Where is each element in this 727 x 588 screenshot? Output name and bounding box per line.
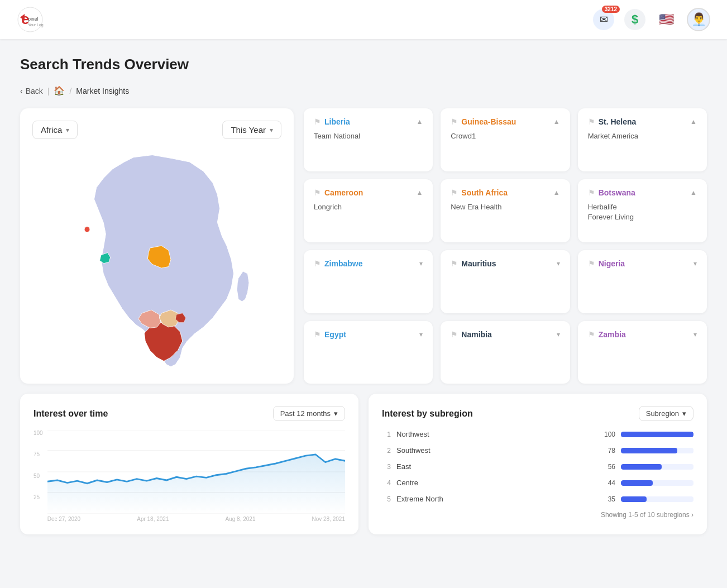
- subregion-filter-label: Subregion: [646, 409, 679, 418]
- country-name-liberia: Liberia: [324, 117, 350, 126]
- country-card-liberia[interactable]: ⚑Liberia▲Team National: [304, 108, 433, 171]
- svg-text:Your Logo Here: Your Logo Here: [28, 23, 44, 27]
- country-card-south-africa[interactable]: ⚑South Africa▲New Era Health: [441, 179, 570, 243]
- country-card-mauritius[interactable]: ⚑Mauritius▾: [441, 250, 570, 313]
- country-chevron-icon-cameroon: ▲: [416, 189, 423, 197]
- country-chevron-icon-st-helena: ▲: [690, 118, 697, 126]
- back-button[interactable]: ‹ Back: [20, 87, 43, 95]
- region-label: Africa: [41, 125, 62, 135]
- subregion-name: Extreme North: [396, 495, 592, 503]
- map-controls: Africa ▾ This Year ▾: [32, 121, 281, 139]
- country-card-header-egypt: ⚑Egypt▾: [314, 330, 423, 339]
- country-chevron-icon-liberia: ▲: [416, 118, 423, 126]
- x-label-4: Nov 28, 2021: [312, 516, 345, 522]
- flag-icon-egypt: ⚑: [314, 330, 321, 339]
- subregion-rank: 1: [382, 431, 391, 438]
- subregion-rank: 4: [382, 479, 391, 487]
- interest-by-subregion-card: Interest by subregion Subregion ▾ 1 Nort…: [369, 394, 707, 534]
- country-card-guinea-bissau[interactable]: ⚑Guinea-Bissau▲Crowd1: [441, 108, 570, 171]
- subregion-bar-wrap: [621, 496, 693, 502]
- y-label-50: 50: [34, 473, 43, 479]
- time-dropdown[interactable]: This Year ▾: [222, 121, 281, 139]
- country-card-botswana[interactable]: ⚑Botswana▲HerbalifeForever Living: [578, 179, 707, 243]
- country-card-header-cameroon: ⚑Cameroon▲: [314, 188, 423, 197]
- country-name-nigeria: Nigeria: [599, 259, 625, 268]
- country-card-header-zimbabwe: ⚑Zimbabwe▾: [314, 259, 423, 268]
- subregion-name: Centre: [396, 479, 592, 487]
- country-card-header-liberia: ⚑Liberia▲: [314, 117, 423, 126]
- country-item-south-africa: New Era Health: [451, 203, 559, 211]
- y-label-100: 100: [34, 430, 43, 436]
- flag-icon[interactable]: 🇺🇸: [656, 9, 677, 30]
- flag-icon-botswana: ⚑: [588, 188, 595, 197]
- subregion-score: 56: [597, 463, 615, 471]
- subregion-bar-wrap: [621, 448, 693, 453]
- country-name-guinea-bissau: Guinea-Bissau: [461, 117, 516, 126]
- breadcrumb: ‹ Back | 🏠 / Market Insights: [20, 85, 707, 96]
- subregion-bar: [621, 464, 662, 470]
- country-card-header-guinea-bissau: ⚑Guinea-Bissau▲: [451, 117, 559, 126]
- notification-bell[interactable]: ✉ 3212: [593, 9, 614, 30]
- subregion-score: 78: [597, 447, 615, 455]
- x-label-3: Aug 8, 2021: [226, 516, 256, 522]
- avatar[interactable]: 👨‍💼: [687, 8, 710, 31]
- breadcrumb-separator-1: |: [47, 87, 50, 95]
- flag-icon-nigeria: ⚑: [588, 259, 595, 268]
- africa-map: [32, 148, 281, 371]
- subregion-list: 1 Northwest 100 2 Southwest 78 3 East 56…: [382, 430, 693, 503]
- subregion-bar: [621, 480, 653, 486]
- subregion-score: 100: [597, 431, 615, 438]
- bottom-charts: Interest over time Past 12 months ▾ 100 …: [20, 394, 707, 534]
- region-chevron-icon: ▾: [66, 126, 69, 134]
- flag-icon-guinea-bissau: ⚑: [451, 117, 458, 126]
- country-chevron-icon-south-africa: ▲: [553, 189, 560, 197]
- country-card-nigeria[interactable]: ⚑Nigeria▾: [578, 250, 707, 313]
- map-card: Africa ▾ This Year ▾: [20, 108, 294, 384]
- region-dropdown[interactable]: Africa ▾: [32, 121, 78, 139]
- interest-over-time-card: Interest over time Past 12 months ▾ 100 …: [20, 394, 358, 534]
- chart-x-labels: Dec 27, 2020 Apr 18, 2021 Aug 8, 2021 No…: [47, 516, 345, 522]
- country-card-egypt[interactable]: ⚑Egypt▾: [304, 321, 433, 384]
- country-chevron-icon-botswana: ▲: [690, 189, 697, 197]
- time-filter-label: Past 12 months: [280, 409, 331, 418]
- logo-icon: e pixel Your Logo Here: [17, 6, 44, 33]
- country-card-cameroon[interactable]: ⚑Cameroon▲Longrich: [304, 179, 433, 243]
- subregion-item-2: 2 Southwest 78: [382, 446, 693, 455]
- currency-icon[interactable]: $: [624, 9, 645, 30]
- svg-point-4: [84, 227, 90, 232]
- home-icon[interactable]: 🏠: [54, 85, 65, 96]
- breadcrumb-current: Market Insights: [76, 87, 129, 95]
- time-filter-dropdown[interactable]: Past 12 months ▾: [273, 406, 345, 421]
- country-cards-grid: ⚑Liberia▲Team National⚑Guinea-Bissau▲Cro…: [304, 108, 707, 384]
- country-chevron-icon-zimbabwe: ▾: [419, 260, 423, 267]
- country-card-header-st-helena: ⚑St. Helena▲: [588, 117, 697, 126]
- subregion-rank: 3: [382, 463, 391, 471]
- subregion-bar-wrap: [621, 464, 693, 470]
- header-right: ✉ 3212 $ 🇺🇸 👨‍💼: [593, 8, 710, 31]
- flag-icon-namibia: ⚑: [451, 330, 458, 339]
- country-name-zambia: Zambia: [599, 330, 626, 339]
- subregion-rank: 2: [382, 447, 391, 455]
- country-card-zimbabwe[interactable]: ⚑Zimbabwe▾: [304, 250, 433, 313]
- country-name-st-helena: St. Helena: [599, 117, 637, 126]
- country-card-namibia[interactable]: ⚑Namibia▾: [441, 321, 570, 384]
- main-content: Search Trends Overview ‹ Back | 🏠 / Mark…: [0, 39, 727, 551]
- x-label-2: Apr 18, 2021: [137, 516, 169, 522]
- country-item-st-helena: Market America: [588, 132, 697, 140]
- country-name-mauritius: Mauritius: [461, 259, 496, 268]
- header: e pixel Your Logo Here ✉ 3212 $ 🇺🇸 👨‍💼: [0, 0, 727, 39]
- country-card-header-botswana: ⚑Botswana▲: [588, 188, 697, 197]
- country-item-botswana: Herbalife: [588, 203, 697, 211]
- country-item-liberia: Team National: [314, 132, 423, 140]
- country-card-st-helena[interactable]: ⚑St. Helena▲Market America: [578, 108, 707, 171]
- country-card-header-south-africa: ⚑South Africa▲: [451, 188, 559, 197]
- subregion-footer[interactable]: Showing 1-5 of 10 subregions ›: [382, 511, 693, 519]
- country-item-cameroon: Longrich: [314, 203, 423, 211]
- subregion-item-5: 5 Extreme North 35: [382, 495, 693, 503]
- country-item-guinea-bissau: Crowd1: [451, 132, 559, 140]
- x-label-1: Dec 27, 2020: [47, 516, 81, 522]
- country-card-zambia[interactable]: ⚑Zambia▾: [578, 321, 707, 384]
- country-name-namibia: Namibia: [461, 330, 491, 339]
- subregion-filter-dropdown[interactable]: Subregion ▾: [639, 406, 693, 421]
- y-label-25: 25: [34, 494, 43, 500]
